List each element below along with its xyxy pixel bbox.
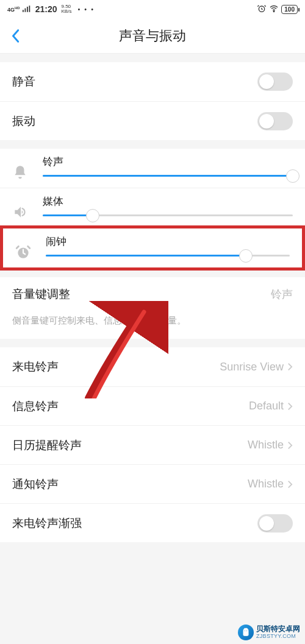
svg-point-5 bbox=[274, 10, 275, 12]
incoming-ringtone-label: 来电铃声 bbox=[12, 359, 59, 375]
highlight-annotation: 闹钟 bbox=[0, 225, 305, 271]
row-mute[interactable]: 静音 bbox=[0, 62, 305, 101]
section-volume-key: 音量键调整 铃声 侧音量键可控制来电、信息和通知的音量。 bbox=[0, 277, 305, 339]
nav-bar: 声音与振动 bbox=[0, 18, 305, 54]
status-right: 100 bbox=[257, 4, 298, 15]
svg-rect-3 bbox=[29, 5, 30, 12]
watermark-name: 贝斯特安卓网 bbox=[256, 625, 300, 632]
status-left: 4GHD 21:20 9.50KB/s • • • bbox=[7, 4, 95, 14]
row-incoming-ringtone[interactable]: 来电铃声 Sunrise View bbox=[0, 347, 305, 386]
mute-toggle[interactable] bbox=[257, 73, 293, 91]
media-slider[interactable] bbox=[43, 214, 293, 216]
row-calendar-ringtone[interactable]: 日历提醒铃声 Whistle bbox=[0, 425, 305, 464]
watermark-logo-icon bbox=[238, 625, 254, 640]
media-slider-label: 媒体 bbox=[43, 194, 293, 208]
ascending-toggle[interactable] bbox=[257, 514, 293, 533]
page-title: 声音与振动 bbox=[119, 27, 186, 45]
signal-icon bbox=[23, 5, 31, 13]
chevron-right-icon bbox=[287, 479, 293, 489]
chevron-right-icon bbox=[287, 362, 293, 372]
message-ringtone-label: 信息铃声 bbox=[12, 398, 59, 414]
ascending-ringtone-label: 来电铃声渐强 bbox=[12, 515, 82, 531]
incoming-ringtone-value: Sunrise View bbox=[220, 361, 284, 373]
alarm-slider-label: 闹钟 bbox=[46, 235, 290, 249]
volume-key-desc: 侧音量键可控制来电、信息和通知的音量。 bbox=[0, 311, 305, 336]
bell-icon bbox=[12, 165, 34, 183]
network-indicator: 4GHD bbox=[7, 6, 20, 13]
volume-key-label: 音量键调整 bbox=[12, 286, 70, 302]
wifi-icon bbox=[269, 4, 279, 15]
ringtone-slider-label: 铃声 bbox=[43, 155, 293, 169]
speaker-icon bbox=[12, 204, 34, 222]
battery-indicator: 100 bbox=[281, 5, 298, 14]
watermark-url: ZJBSTYY.COM bbox=[256, 632, 300, 640]
watermark: 贝斯特安卓网 ZJBSTYY.COM bbox=[238, 625, 300, 640]
section-volume: 铃声 媒体 闹钟 bbox=[0, 149, 305, 271]
svg-point-7 bbox=[245, 631, 245, 631]
slider-row-ringtone: 铃声 bbox=[0, 149, 305, 188]
status-speed: 9.50KB/s bbox=[62, 4, 72, 14]
notify-ringtone-value: Whistle bbox=[248, 478, 284, 490]
slider-row-alarm: 闹钟 bbox=[3, 228, 302, 267]
section-basic: 静音 振动 bbox=[0, 62, 305, 140]
status-time: 21:20 bbox=[35, 4, 57, 14]
calendar-ringtone-label: 日历提醒铃声 bbox=[12, 437, 82, 453]
volume-key-value: 铃声 bbox=[271, 287, 293, 302]
chevron-right-icon bbox=[287, 402, 293, 411]
svg-rect-2 bbox=[27, 7, 28, 12]
svg-rect-0 bbox=[23, 10, 24, 12]
calendar-ringtone-value: Whistle bbox=[248, 439, 284, 451]
back-button[interactable] bbox=[0, 18, 30, 53]
alarm-icon bbox=[15, 244, 37, 263]
vibrate-toggle[interactable] bbox=[257, 112, 293, 130]
svg-point-8 bbox=[246, 631, 247, 631]
row-volume-key[interactable]: 音量键调整 铃声 bbox=[0, 277, 305, 311]
chevron-right-icon bbox=[287, 441, 293, 450]
row-vibrate[interactable]: 振动 bbox=[0, 101, 305, 140]
notify-ringtone-label: 通知铃声 bbox=[12, 476, 59, 492]
section-ringtones: 来电铃声 Sunrise View 信息铃声 Default 日历提醒铃声 Wh… bbox=[0, 347, 305, 542]
row-notify-ringtone[interactable]: 通知铃声 Whistle bbox=[0, 464, 305, 503]
mute-label: 静音 bbox=[12, 74, 35, 90]
status-more-icon: • • • bbox=[77, 5, 95, 13]
ringtone-slider[interactable] bbox=[43, 175, 293, 177]
vibrate-label: 振动 bbox=[12, 113, 35, 129]
slider-row-media: 媒体 bbox=[0, 188, 305, 227]
row-message-ringtone[interactable]: 信息铃声 Default bbox=[0, 386, 305, 425]
row-ascending-ringtone[interactable]: 来电铃声渐强 bbox=[0, 503, 305, 542]
status-bar: 4GHD 21:20 9.50KB/s • • • 100 bbox=[0, 0, 305, 18]
chevron-left-icon bbox=[11, 29, 20, 43]
alarm-slider[interactable] bbox=[46, 255, 290, 257]
message-ringtone-value: Default bbox=[249, 400, 284, 412]
alarm-status-icon bbox=[257, 4, 267, 15]
svg-rect-1 bbox=[24, 8, 26, 12]
